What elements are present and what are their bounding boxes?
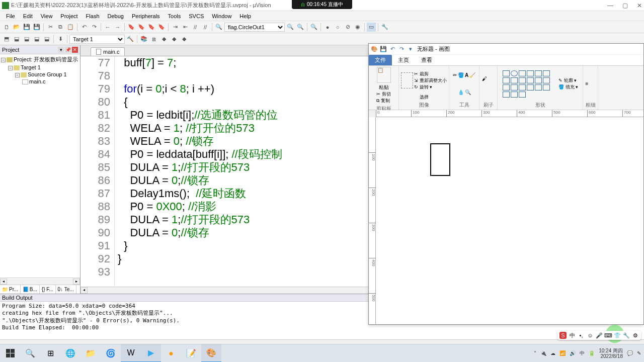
ime-emoji-icon[interactable]: ☺ — [587, 332, 594, 339]
ime-settings-icon[interactable]: ⚙ — [632, 332, 639, 339]
pane-dropdown-icon[interactable]: ▾ — [58, 47, 64, 53]
paint-tab-file[interactable]: 文件 — [369, 55, 392, 65]
paint-qat-dropdown-icon[interactable]: ▾ — [407, 46, 414, 53]
tree-root[interactable]: −Project: 开发板数码管显示 — [1, 55, 79, 64]
outdent-icon[interactable]: ⇤ — [181, 23, 190, 32]
picker-tool-icon[interactable]: 💧 — [458, 89, 464, 95]
resize-button[interactable]: ⇲ 重新调整大小 — [414, 77, 447, 84]
menu-debug[interactable]: Debug — [104, 12, 128, 20]
stop-build-icon[interactable]: ⬓ — [42, 35, 51, 44]
tray-volume-icon[interactable]: 🔊 — [570, 350, 576, 356]
bookmark-prev-icon[interactable]: 🔖 — [137, 23, 146, 32]
maximize-button[interactable]: ▢ — [622, 2, 628, 9]
paint-redo-icon[interactable]: ↷ — [398, 46, 405, 53]
tree-file[interactable]: main.c — [1, 78, 79, 85]
tray-pen-icon[interactable]: ✎ — [637, 350, 641, 356]
paste-button[interactable]: 📋 — [377, 67, 391, 83]
tab-project[interactable]: 📁Pr... — [0, 285, 21, 294]
build-icon[interactable]: ⬓ — [12, 35, 21, 44]
cut-button[interactable]: ✂ 剪切 — [376, 91, 391, 98]
taskbar-wps[interactable]: W — [121, 344, 141, 363]
brush-button[interactable]: 🖌 — [482, 76, 495, 92]
minimize-button[interactable]: — — [607, 2, 613, 9]
search-button[interactable]: 🔍 — [20, 344, 40, 363]
bookmark-clear-icon[interactable]: 🔖 — [157, 23, 166, 32]
tray-up-icon[interactable]: ˄ — [534, 350, 536, 356]
rebuild-icon[interactable]: ⬓ — [22, 35, 31, 44]
batch-build-icon[interactable]: ⬓ — [32, 35, 41, 44]
scroll-left-icon[interactable]: ◂ — [80, 287, 88, 294]
paste-icon[interactable]: 📋 — [66, 23, 75, 32]
incremental-find-icon[interactable]: 🔍 — [296, 23, 305, 32]
menu-svcs[interactable]: SVCS — [185, 12, 208, 20]
editor-tab-main[interactable]: main.c — [91, 47, 125, 56]
paint-save-icon[interactable]: 💾 — [380, 46, 387, 53]
ime-lang-icon[interactable]: 中 — [569, 332, 576, 339]
window-layout-icon[interactable]: ▭ — [367, 23, 376, 32]
new-file-icon[interactable]: 🗋 — [2, 23, 11, 32]
scroll-right-icon[interactable]: ▸ — [73, 279, 80, 285]
tray-battery-icon[interactable]: 🔋 — [589, 350, 595, 356]
target-combo[interactable]: Target 1 — [69, 35, 125, 44]
download-icon[interactable]: ⬇ — [56, 35, 65, 44]
open-file-icon[interactable]: 📂 — [12, 23, 21, 32]
menu-view[interactable]: View — [37, 12, 57, 20]
manage-rte-icon[interactable]: ◆ — [180, 35, 189, 44]
breakpoint-icon[interactable]: ● — [323, 23, 332, 32]
ime-tool-icon[interactable]: 🔧 — [623, 332, 630, 339]
translate-icon[interactable]: ⬒ — [2, 35, 11, 44]
nav-fwd-icon[interactable]: → — [113, 23, 122, 32]
menu-window[interactable]: Window — [208, 12, 235, 20]
ime-icon[interactable]: S — [559, 332, 567, 339]
breakpoint-disable-icon[interactable]: ○ — [333, 23, 342, 32]
tree-group[interactable]: −Source Group 1 — [1, 71, 79, 78]
start-button[interactable] — [0, 344, 20, 363]
ime-voice-icon[interactable]: 🎤 — [596, 332, 603, 339]
breakpoint-kill-icon[interactable]: ⊘ — [343, 23, 352, 32]
menu-project[interactable]: Project — [56, 12, 82, 20]
menu-tools[interactable]: Tools — [164, 12, 185, 20]
crop-button[interactable]: ✂ 裁剪 — [414, 71, 447, 77]
taskbar-chrome[interactable]: 🌐 — [60, 344, 80, 363]
pane-pin-icon[interactable]: 📌 — [65, 47, 71, 53]
paint-canvas[interactable] — [376, 117, 643, 324]
redo-icon[interactable]: ↷ — [90, 23, 99, 32]
eraser-tool-icon[interactable]: 🧹 — [469, 72, 475, 78]
shape-outline-button[interactable]: ✎ 轮廓 ▾ — [558, 77, 578, 84]
bookmark-icon[interactable]: 🔖 — [127, 23, 136, 32]
shapes-gallery[interactable] — [502, 70, 557, 98]
shape-fill-button[interactable]: 🪣 填充 ▾ — [558, 84, 578, 90]
menu-file[interactable]: File — [2, 12, 19, 20]
taskbar-clock[interactable]: 10:24 周四 2022/8/18 — [599, 348, 623, 359]
taskbar-explorer[interactable]: 📁 — [80, 344, 101, 363]
paint-tab-view[interactable]: 查看 — [415, 55, 438, 65]
taskbar-app1[interactable]: ▶ — [141, 344, 161, 363]
find-in-files-icon[interactable]: 🔍 — [286, 23, 295, 32]
taskbar-app2[interactable]: ● — [161, 344, 181, 363]
tray-usb-icon[interactable]: 🔌 — [540, 350, 546, 356]
paint-undo-icon[interactable]: ↶ — [389, 46, 396, 53]
tray-ime-icon[interactable]: 中 — [580, 350, 585, 357]
size-button[interactable]: ≡ — [586, 81, 596, 86]
manage-books-icon[interactable]: 📚 — [139, 35, 148, 44]
breakpoint-window-icon[interactable]: ◉ — [353, 23, 362, 32]
copy-button[interactable]: ⧉ 复制 — [376, 98, 391, 104]
fill-tool-icon[interactable]: 🪣 — [458, 72, 464, 78]
file-ext-icon[interactable]: 🗎 — [149, 35, 158, 44]
pane-close-icon[interactable]: ✕ — [72, 47, 78, 53]
target-options-icon[interactable]: 🔨 — [126, 35, 135, 44]
project-tree[interactable]: −Project: 开发板数码管显示 −Target 1 −Source Gro… — [0, 54, 80, 278]
manage-packs-icon[interactable]: ◆ — [159, 35, 169, 44]
menu-edit[interactable]: Edit — [19, 12, 37, 20]
zoom-tool-icon[interactable]: 🔍 — [465, 89, 471, 95]
nav-back-icon[interactable]: ← — [103, 23, 112, 32]
tray-cloud-icon[interactable]: ☁ — [550, 350, 555, 356]
tab-books[interactable]: 📘B... — [21, 285, 40, 294]
indent-icon[interactable]: ⇥ — [171, 23, 180, 32]
tab-functions[interactable]: {} F... — [40, 285, 56, 294]
taskbar-paint[interactable]: 🎨 — [201, 344, 221, 363]
task-view-button[interactable]: ⊞ — [40, 344, 60, 363]
select-button[interactable] — [401, 72, 413, 88]
rotate-button[interactable]: ↻ 旋转 ▾ — [414, 84, 447, 90]
bookmark-next-icon[interactable]: 🔖 — [147, 23, 156, 32]
